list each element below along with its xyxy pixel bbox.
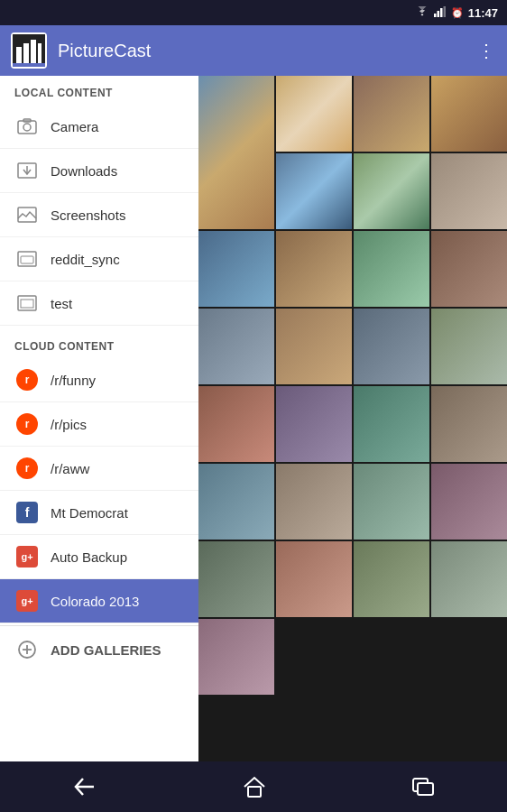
svg-point-11 bbox=[23, 124, 31, 131]
sidebar-item-camera[interactable]: Camera bbox=[0, 105, 198, 149]
photo-cell[interactable] bbox=[431, 76, 507, 152]
photo-grid-wrapper bbox=[198, 76, 507, 761]
reddit-sync-icon bbox=[14, 246, 40, 272]
svg-rect-17 bbox=[21, 256, 33, 263]
r-pics-label: /r/pics bbox=[51, 417, 87, 432]
photo-cell-tall[interactable] bbox=[198, 76, 274, 229]
photo-cell[interactable] bbox=[198, 309, 274, 384]
svg-rect-24 bbox=[248, 787, 261, 797]
local-content-header: LOCAL CONTENT bbox=[0, 76, 198, 105]
sidebar-item-reddit-sync[interactable]: reddit_sync bbox=[0, 237, 198, 281]
r-aww-label: /r/aww bbox=[51, 461, 89, 476]
photo-grid bbox=[198, 76, 507, 695]
svg-rect-26 bbox=[418, 783, 433, 795]
app-bar: PictureCast ⋮ bbox=[0, 25, 507, 76]
sidebar-item-screenshots[interactable]: Screenshots bbox=[0, 193, 198, 237]
photo-cell[interactable] bbox=[198, 386, 274, 462]
svg-rect-8 bbox=[38, 43, 41, 63]
r-funny-label: /r/funny bbox=[51, 373, 96, 388]
app-logo bbox=[11, 32, 47, 69]
photo-cell[interactable] bbox=[198, 619, 274, 695]
svg-rect-7 bbox=[31, 40, 36, 63]
sidebar: LOCAL CONTENT Camera Downloads bbox=[0, 76, 198, 761]
facebook-icon: f bbox=[14, 500, 40, 525]
photo-cell[interactable] bbox=[276, 153, 352, 229]
logo-svg bbox=[13, 34, 45, 67]
menu-button[interactable]: ⋮ bbox=[477, 40, 496, 61]
photo-cell[interactable] bbox=[276, 541, 352, 617]
colorado-2013-label: Colorado 2013 bbox=[51, 594, 139, 609]
recents-button[interactable] bbox=[390, 770, 456, 804]
sidebar-item-r-aww[interactable]: r /r/aww bbox=[0, 447, 198, 491]
photo-cell[interactable] bbox=[354, 153, 429, 229]
test-icon bbox=[14, 291, 40, 316]
camera-label: Camera bbox=[51, 119, 98, 134]
status-time: 11:47 bbox=[468, 6, 498, 20]
status-bar: ⏰ 11:47 bbox=[0, 0, 507, 25]
sidebar-item-auto-backup[interactable]: g+ Auto Backup bbox=[0, 535, 198, 579]
reddit-pics-icon: r bbox=[14, 411, 40, 437]
nav-bar bbox=[0, 761, 507, 812]
main-layout: LOCAL CONTENT Camera Downloads bbox=[0, 76, 507, 761]
photo-cell[interactable] bbox=[354, 541, 429, 617]
screenshots-icon bbox=[14, 202, 40, 227]
svg-rect-6 bbox=[23, 43, 29, 63]
sidebar-item-mt-democrat[interactable]: f Mt Democrat bbox=[0, 491, 198, 535]
photo-cell[interactable] bbox=[276, 231, 352, 307]
photo-cell[interactable] bbox=[431, 309, 507, 384]
svg-rect-10 bbox=[18, 121, 36, 134]
home-button[interactable] bbox=[221, 769, 288, 805]
gplus-colorado-icon: g+ bbox=[14, 588, 40, 614]
reddit-sync-label: reddit_sync bbox=[51, 252, 120, 267]
status-icons: ⏰ 11:47 bbox=[415, 6, 498, 20]
photo-cell[interactable] bbox=[354, 76, 429, 152]
sidebar-item-downloads[interactable]: Downloads bbox=[0, 149, 198, 193]
photo-cell[interactable] bbox=[431, 541, 507, 617]
photo-cell[interactable] bbox=[198, 464, 274, 540]
photo-cell[interactable] bbox=[354, 231, 429, 307]
photo-cell[interactable] bbox=[276, 309, 352, 384]
svg-rect-19 bbox=[21, 300, 33, 308]
downloads-icon bbox=[14, 158, 40, 183]
reddit-aww-icon: r bbox=[14, 456, 40, 481]
auto-backup-label: Auto Backup bbox=[51, 549, 127, 565]
svg-rect-0 bbox=[434, 14, 437, 17]
photo-cell[interactable] bbox=[431, 464, 507, 540]
photo-cell[interactable] bbox=[276, 464, 352, 540]
screenshots-label: Screenshots bbox=[51, 208, 125, 223]
sidebar-item-r-funny[interactable]: r /r/funny bbox=[0, 358, 198, 402]
reddit-funny-icon: r bbox=[14, 367, 40, 392]
mt-democrat-label: Mt Democrat bbox=[51, 505, 128, 521]
signal-icon bbox=[434, 6, 447, 19]
sidebar-item-colorado-2013[interactable]: g+ Colorado 2013 bbox=[0, 579, 198, 623]
photo-cell[interactable] bbox=[198, 231, 274, 307]
photo-cell[interactable] bbox=[276, 386, 352, 462]
wifi-icon bbox=[415, 6, 429, 19]
photo-cell[interactable] bbox=[431, 231, 507, 307]
back-button[interactable] bbox=[51, 770, 119, 804]
photo-cell[interactable] bbox=[354, 309, 429, 384]
photo-cell[interactable] bbox=[354, 464, 429, 540]
photo-cell[interactable] bbox=[354, 386, 429, 462]
add-galleries-icon bbox=[14, 637, 40, 662]
svg-rect-3 bbox=[443, 6, 446, 17]
alarm-icon: ⏰ bbox=[451, 7, 464, 19]
photo-cell[interactable] bbox=[431, 153, 507, 229]
app-title: PictureCast bbox=[58, 41, 477, 61]
test-label: test bbox=[51, 296, 72, 311]
svg-rect-1 bbox=[437, 11, 439, 17]
sidebar-item-add-galleries[interactable]: ADD GALLERIES bbox=[0, 625, 198, 673]
sidebar-item-test[interactable]: test bbox=[0, 281, 198, 326]
photo-cell[interactable] bbox=[198, 541, 274, 617]
downloads-label: Downloads bbox=[51, 163, 117, 179]
photo-cell[interactable] bbox=[431, 386, 507, 462]
svg-rect-2 bbox=[440, 8, 443, 17]
sidebar-item-r-pics[interactable]: r /r/pics bbox=[0, 402, 198, 447]
camera-icon bbox=[14, 114, 40, 139]
svg-rect-5 bbox=[16, 47, 22, 63]
gplus-auto-backup-icon: g+ bbox=[14, 544, 40, 569]
svg-rect-9 bbox=[13, 63, 45, 67]
add-galleries-label: ADD GALLERIES bbox=[51, 642, 161, 658]
cloud-content-header: CLOUD CONTENT bbox=[0, 329, 198, 358]
photo-cell[interactable] bbox=[276, 76, 352, 152]
